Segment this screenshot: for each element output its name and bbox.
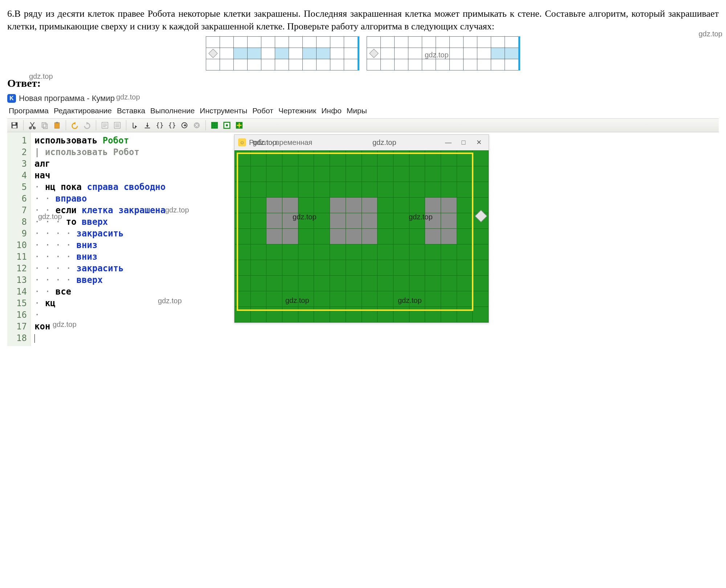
menu-чертежник[interactable]: Чертежник bbox=[278, 106, 316, 116]
toolbar-separator bbox=[126, 120, 126, 130]
braces2-icon[interactable]: {} bbox=[167, 120, 177, 130]
undo-icon[interactable] bbox=[70, 120, 80, 130]
copy-icon[interactable] bbox=[40, 120, 50, 130]
menu-программа[interactable]: Программа bbox=[9, 106, 49, 116]
robot-titlebar[interactable]: ☺ Робот - временная — □ ✕ bbox=[234, 135, 489, 150]
menu-выполнение[interactable]: Выполнение bbox=[150, 106, 195, 116]
stop-icon[interactable] bbox=[192, 120, 202, 130]
toolbar-separator bbox=[205, 120, 206, 130]
svg-rect-8 bbox=[56, 122, 58, 123]
robot-app-icon: ☺ bbox=[238, 138, 246, 146]
menu-миры[interactable]: Миры bbox=[347, 106, 367, 116]
svg-rect-7 bbox=[55, 122, 60, 128]
run-icon[interactable] bbox=[179, 120, 189, 130]
svg-rect-2 bbox=[13, 126, 17, 128]
code-line[interactable] bbox=[34, 332, 715, 344]
step-over-icon[interactable] bbox=[142, 120, 152, 130]
app-title-text: Новая программа - Кумир bbox=[19, 93, 115, 104]
answer-label: Ответ: bbox=[7, 76, 719, 91]
robot-marker bbox=[208, 49, 217, 58]
menu-вставка[interactable]: Вставка bbox=[117, 106, 145, 116]
toolbar-separator bbox=[23, 120, 24, 130]
grid-outline-icon[interactable] bbox=[222, 120, 232, 130]
app-icon: K bbox=[7, 94, 16, 103]
example-grids: gdz.top gdz.top bbox=[7, 36, 719, 70]
robot-field[interactable]: gdz.top gdz.top gdz.top gdz.top gdz.top … bbox=[234, 150, 489, 323]
cut-icon[interactable] bbox=[27, 120, 37, 130]
save-icon[interactable] bbox=[9, 120, 20, 130]
svg-rect-26 bbox=[226, 124, 228, 126]
editor-area: 123456789101112131415161718 gdz.top gdz.… bbox=[7, 132, 719, 346]
grid-plus-icon[interactable] bbox=[234, 120, 244, 130]
menu-робот[interactable]: Робот bbox=[252, 106, 273, 116]
code-pane[interactable]: gdz.top gdz.top gdz.top gdz.top ☺ Робот … bbox=[31, 133, 719, 346]
svg-rect-5 bbox=[42, 122, 46, 127]
menu-инфо[interactable]: Инфо bbox=[321, 106, 342, 116]
grid-green-icon[interactable] bbox=[209, 120, 220, 130]
redo-icon[interactable] bbox=[82, 120, 92, 130]
menu-редактирование[interactable]: Редактирование bbox=[54, 106, 112, 116]
robot-marker bbox=[369, 49, 378, 58]
robot-window-title: Робот - временная bbox=[249, 138, 312, 147]
maximize-button[interactable]: □ bbox=[457, 138, 470, 147]
format-icon[interactable] bbox=[100, 120, 110, 130]
app-title: K Новая программа - Кумир gdz.top bbox=[7, 93, 719, 104]
problem-text: 6.В ряду из десяти клеток правее Робота … bbox=[7, 7, 719, 33]
braces-icon[interactable]: {} bbox=[155, 120, 165, 130]
paste-icon[interactable] bbox=[52, 120, 62, 130]
svg-rect-1 bbox=[13, 122, 16, 125]
minimize-button[interactable]: — bbox=[442, 138, 454, 147]
close-button[interactable]: ✕ bbox=[473, 138, 485, 147]
toolbar-separator bbox=[66, 120, 66, 130]
list-icon[interactable] bbox=[112, 120, 122, 130]
svg-rect-6 bbox=[43, 124, 47, 129]
svg-rect-20 bbox=[211, 122, 218, 129]
robot-window[interactable]: ☺ Робот - временная — □ ✕ gdz.top gdz.to… bbox=[234, 134, 489, 323]
mini-grid-2 bbox=[367, 36, 520, 70]
menubar: ПрограммаРедактированиеВставкаВыполнение… bbox=[7, 104, 719, 118]
menu-инструменты[interactable]: Инструменты bbox=[200, 106, 247, 116]
toolbar-separator bbox=[96, 120, 96, 130]
watermark: gdz.top bbox=[116, 92, 140, 102]
line-gutter: 123456789101112131415161718 bbox=[7, 133, 31, 346]
step-in-icon[interactable] bbox=[130, 120, 140, 130]
toolbar: {} {} bbox=[7, 118, 719, 132]
mini-grid-1 bbox=[206, 36, 359, 70]
